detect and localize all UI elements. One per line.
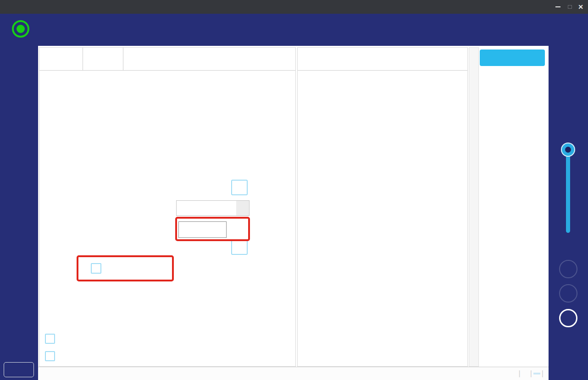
minimize-button[interactable] xyxy=(551,0,564,14)
file-manager-button[interactable] xyxy=(533,373,540,374)
separator: | xyxy=(519,369,521,378)
right-control-bar xyxy=(549,46,588,380)
library-group-basic[interactable] xyxy=(480,50,545,66)
top-bar xyxy=(0,14,588,46)
counter-edit-button[interactable] xyxy=(231,239,248,255)
name-edit-button[interactable] xyxy=(231,180,248,195)
panel-tabs xyxy=(39,48,295,71)
instruction-library xyxy=(480,47,545,367)
post-palletize-op-checkbox[interactable] xyxy=(45,351,55,361)
left-sidebar xyxy=(0,46,38,380)
separator: | xyxy=(530,369,532,378)
config-line xyxy=(304,35,310,43)
status-badge-button[interactable] xyxy=(4,362,34,377)
chevron-down-icon xyxy=(236,201,249,215)
panel-collapse-strip[interactable] xyxy=(469,47,479,367)
tab-monitor[interactable] xyxy=(83,48,123,71)
annotation-box-remember xyxy=(77,255,174,281)
collision-detection-status[interactable] xyxy=(522,373,529,374)
separator: | xyxy=(542,369,544,378)
frame-select[interactable] xyxy=(176,200,250,216)
close-button[interactable]: ✕ xyxy=(574,0,587,14)
mode-indicator-dot xyxy=(17,25,25,33)
pre-palletize-op-checkbox[interactable] xyxy=(45,334,55,344)
tab-instruction[interactable] xyxy=(39,48,83,71)
play-button[interactable] xyxy=(559,309,577,327)
mode-indicator[interactable] xyxy=(12,20,29,38)
program-tree-panel xyxy=(297,47,468,367)
speed-slider-track[interactable] xyxy=(566,149,570,233)
maximize-icon xyxy=(568,5,572,9)
stop-button[interactable] xyxy=(559,284,577,303)
speed-slider-handle[interactable] xyxy=(562,143,574,156)
step-mode-status[interactable] xyxy=(510,373,517,374)
minimize-icon xyxy=(555,6,560,7)
close-icon: ✕ xyxy=(578,3,583,11)
robot-programming-window: ✕ xyxy=(0,0,588,380)
title-bar: ✕ xyxy=(0,0,588,14)
status-bar: | | | xyxy=(38,367,549,380)
tree-toolbar xyxy=(298,48,467,71)
task-line xyxy=(304,18,310,26)
annotation-box-height xyxy=(175,217,250,241)
step-forward-button[interactable] xyxy=(559,260,577,278)
instruction-panel xyxy=(39,47,296,367)
